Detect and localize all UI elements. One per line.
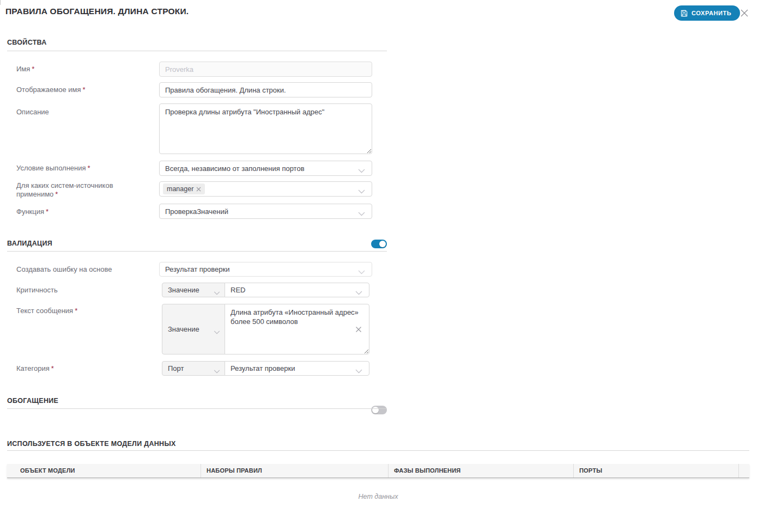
- criticality-mode-value: Значение: [168, 286, 199, 294]
- criticality-mode-select[interactable]: Значение: [162, 283, 225, 297]
- message-text-textarea[interactable]: Длина атрибута «Иностранный адрес» более…: [225, 304, 369, 354]
- clear-message-icon[interactable]: [355, 326, 362, 333]
- name-label: Имя*: [16, 65, 153, 74]
- section-title-properties: СВОЙСТВА: [7, 39, 47, 46]
- divider: [7, 450, 749, 451]
- function-label: Функция*: [16, 207, 153, 216]
- category-mode-value: Порт: [168, 364, 184, 372]
- chevron-down-icon: [358, 167, 365, 175]
- chevron-down-icon: [355, 289, 362, 297]
- tag-label: manager: [167, 185, 193, 193]
- empty-table-message: Нет данных: [7, 493, 749, 500]
- category-mode-select[interactable]: Порт: [162, 361, 225, 376]
- column-header-spacer: [738, 464, 749, 478]
- error-basis-value: Результат проверки: [165, 265, 229, 273]
- execution-condition-value: Всегда, независимо от заполнения портов: [165, 164, 305, 173]
- required-asterisk: *: [82, 85, 85, 94]
- description-textarea[interactable]: Проверка длины атрибута "Иностранный адр…: [159, 103, 372, 154]
- required-asterisk: *: [32, 65, 34, 73]
- message-text-label: Текст сообщения*: [16, 307, 153, 315]
- column-header-ports[interactable]: ПОРТЫ: [573, 464, 738, 478]
- chevron-down-icon: [358, 268, 365, 276]
- function-value: ПроверкаЗначений: [165, 207, 228, 216]
- source-systems-multiselect[interactable]: manager: [159, 181, 372, 197]
- required-asterisk: *: [75, 307, 77, 315]
- section-title-enrichment: ОБОГАЩЕНИЕ: [7, 397, 58, 405]
- source-systems-label: Для каких систем-источников применимо*: [16, 181, 153, 199]
- section-title-validation: ВАЛИДАЦИЯ: [7, 240, 52, 247]
- toggle-knob: [379, 241, 386, 247]
- category-label: Категория*: [16, 364, 153, 373]
- description-label: Описание: [16, 108, 153, 117]
- chevron-down-icon: [355, 367, 362, 375]
- function-select[interactable]: ПроверкаЗначений: [159, 204, 372, 219]
- error-basis-label: Создавать ошибку на основе: [16, 265, 153, 274]
- display-name-input[interactable]: [159, 82, 372, 97]
- selected-tag: manager: [163, 184, 205, 194]
- window-edge-artifact: [0, 0, 1, 5]
- chevron-down-icon: [214, 328, 220, 336]
- required-asterisk: *: [55, 190, 58, 198]
- display-name-label: Отображаемое имя*: [16, 85, 153, 94]
- required-asterisk: *: [51, 364, 54, 372]
- column-header-execution-phases[interactable]: ФАЗЫ ВЫПОЛНЕНИЯ: [388, 464, 573, 478]
- tag-remove-icon[interactable]: [196, 187, 201, 192]
- close-icon[interactable]: [737, 5, 752, 21]
- category-value-select[interactable]: Результат проверки: [225, 361, 369, 376]
- required-asterisk: *: [46, 207, 48, 216]
- page-title: ПРАВИЛА ОБОГАЩЕНИЯ. ДЛИНА СТРОКИ.: [5, 7, 189, 16]
- message-mode-value: Значение: [168, 325, 199, 333]
- save-icon: [681, 10, 688, 17]
- section-title-usage: ИСПОЛЬЗУЕТСЯ В ОБЪЕКТЕ МОДЕЛИ ДАННЫХ: [7, 440, 176, 448]
- divider: [7, 408, 387, 409]
- save-button-label: СОХРАНИТЬ: [692, 10, 731, 16]
- divider: [7, 251, 387, 252]
- usage-table-header: ОБЪЕКТ МОДЕЛИ НАБОРЫ ПРАВИЛ ФАЗЫ ВЫПОЛНЕ…: [7, 464, 749, 478]
- toggle-knob: [372, 407, 379, 413]
- save-button[interactable]: СОХРАНИТЬ: [674, 5, 740, 21]
- criticality-label: Критичность: [16, 286, 153, 295]
- criticality-value-select[interactable]: RED: [225, 283, 369, 297]
- chevron-down-icon: [358, 187, 365, 195]
- chevron-down-icon: [358, 210, 365, 218]
- enrichment-toggle[interactable]: [371, 406, 387, 414]
- category-value: Результат проверки: [231, 364, 295, 372]
- validation-toggle[interactable]: [371, 240, 387, 248]
- chevron-down-icon: [214, 367, 220, 375]
- execution-condition-select[interactable]: Всегда, независимо от заполнения портов: [159, 161, 372, 176]
- message-mode-select[interactable]: Значение: [162, 304, 225, 354]
- chevron-down-icon: [214, 289, 220, 297]
- execution-condition-label: Условие выполнения*: [16, 164, 153, 173]
- error-basis-select[interactable]: Результат проверки: [159, 262, 372, 277]
- divider: [7, 51, 387, 51]
- column-header-model-object[interactable]: ОБЪЕКТ МОДЕЛИ: [7, 464, 201, 478]
- required-asterisk: *: [88, 164, 90, 172]
- column-header-rule-sets[interactable]: НАБОРЫ ПРАВИЛ: [201, 464, 388, 478]
- name-input[interactable]: [159, 62, 372, 77]
- criticality-value: RED: [231, 286, 245, 294]
